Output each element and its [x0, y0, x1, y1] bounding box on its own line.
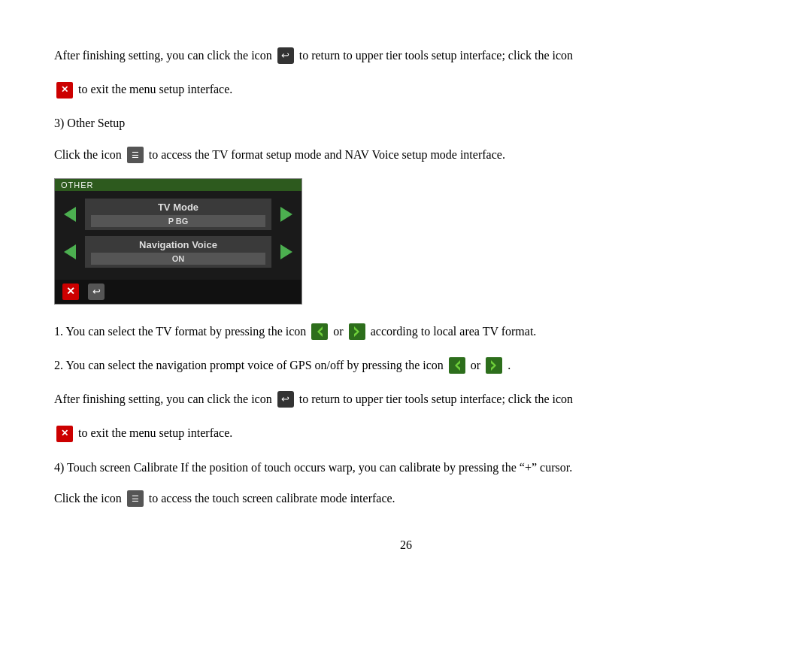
- green-right-icon-2[interactable]: [486, 357, 502, 374]
- section-4-heading: 4) Touch screen Calibrate If the positio…: [54, 457, 758, 478]
- screen-body: TV Mode P BG Navigation Voice ON: [55, 191, 301, 280]
- paragraph-4: After finishing setting, you can click t…: [54, 389, 758, 409]
- screen-ui: OTHER TV Mode P BG Navigation Vo: [54, 178, 302, 305]
- page-number: 26: [54, 538, 758, 552]
- p5-after-text: to exit the menu setup interface.: [78, 426, 232, 439]
- paragraph-2: to exit the menu setup interface.: [54, 79, 758, 99]
- tv-mode-row: TV Mode P BG: [64, 199, 292, 230]
- item1-text: 1. You can select the TV format by press…: [54, 325, 306, 338]
- item1-after: according to local area TV format.: [371, 325, 537, 338]
- tv-mode-label: TV Mode P BG: [85, 199, 271, 230]
- paragraph-item1: 1. You can select the TV format by press…: [54, 321, 758, 341]
- paragraph-item2: 2. You can select the navigation prompt …: [54, 355, 758, 375]
- item2-or: or: [471, 359, 480, 371]
- screen-bottom: ✕ ↩: [55, 280, 301, 304]
- screen-header: OTHER: [55, 179, 301, 191]
- paragraph-5: to exit the menu setup interface.: [54, 423, 758, 443]
- p6-before: Click the icon: [54, 492, 122, 505]
- p1-after-text: to return to upper tier tools setup inte…: [299, 49, 573, 62]
- p6-after: to access the touch screen calibrate mod…: [149, 492, 395, 505]
- paragraph-6: Click the icon to access the touch scree…: [54, 488, 758, 508]
- p4-after-text: to return to upper tier tools setup inte…: [299, 393, 573, 405]
- paragraph-3: Click the icon to access the TV format s…: [54, 144, 758, 165]
- close-icon-2[interactable]: [56, 426, 73, 442]
- item2-text: 2. You can select the navigation prompt …: [54, 359, 444, 371]
- p2-after-text: to exit the menu setup interface.: [78, 83, 232, 96]
- p3-after: to access the TV format setup mode and N…: [149, 148, 505, 161]
- green-left-icon-1[interactable]: [311, 323, 328, 340]
- nav-voice-left-arrow[interactable]: [64, 244, 76, 259]
- back-icon-1[interactable]: [277, 47, 294, 64]
- tv-mode-left-arrow[interactable]: [64, 207, 76, 222]
- p3-before: Click the icon: [54, 148, 122, 161]
- screen-back-btn[interactable]: ↩: [88, 283, 105, 300]
- tv-mode-value: P BG: [91, 215, 265, 227]
- tv-mode-right-arrow[interactable]: [280, 207, 292, 222]
- other-icon-2[interactable]: [127, 490, 144, 507]
- other-icon[interactable]: [127, 147, 144, 163]
- nav-voice-right-arrow[interactable]: [280, 244, 292, 259]
- paragraph-1: After finishing setting, you can click t…: [54, 45, 758, 65]
- page-content: After finishing setting, you can click t…: [0, 0, 812, 597]
- screen-close-btn[interactable]: ✕: [62, 283, 79, 300]
- nav-voice-value: ON: [91, 253, 265, 265]
- green-left-icon-2[interactable]: [449, 357, 465, 374]
- p1-text: After finishing setting, you can click t…: [54, 49, 272, 62]
- section-3-heading: 3) Other Setup: [54, 113, 758, 133]
- p4-text: After finishing setting, you can click t…: [54, 393, 272, 405]
- green-right-icon-1[interactable]: [349, 323, 365, 340]
- item2-period: .: [508, 359, 511, 371]
- close-icon-1[interactable]: [56, 82, 73, 99]
- item1-or: or: [333, 325, 343, 338]
- nav-voice-row: Navigation Voice ON: [64, 236, 292, 268]
- nav-voice-label: Navigation Voice ON: [85, 236, 271, 268]
- back-icon-2[interactable]: [277, 391, 294, 408]
